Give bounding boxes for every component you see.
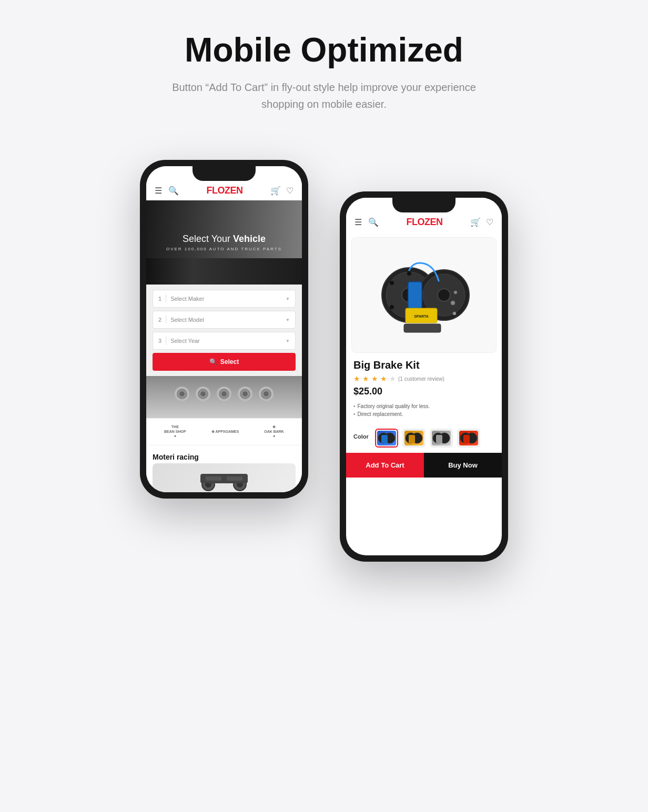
hero-banner: Select Your Vehicle OVER 100,000 AUTO AN… [146, 200, 302, 285]
svg-point-28 [453, 312, 456, 315]
hero-title: Select Your Vehicle [166, 234, 282, 245]
search-icon-header-2[interactable]: 🔍 [368, 217, 379, 227]
wishlist-icon-header-2[interactable]: ♡ [486, 217, 493, 227]
product-features: Factory original quality for less. Direc… [353, 402, 494, 418]
logo-suffix: ZEN [225, 185, 243, 196]
chevron-down-icon-year: ▼ [286, 339, 290, 343]
hero-subtitle: OVER 100,000 AUTO AND TRUCK PARTS [166, 247, 282, 251]
app-2-header-left: ☰ 🔍 [355, 217, 379, 227]
brand-oak-bark: ⊕OAK BARK● [264, 425, 284, 438]
chevron-down-icon-maker: ▼ [286, 297, 290, 301]
logo-suffix-2: ZEN [424, 217, 443, 227]
product-teaser: Moteri racing [146, 445, 302, 493]
feature-1: Factory original quality for less. [353, 402, 494, 410]
phones-container: ☰ 🔍 FLOZEN 🛒 ♡ Select Y [140, 160, 508, 562]
product-teaser-title: Moteri racing [153, 453, 296, 461]
page-title: Mobile Optimized [166, 32, 482, 68]
feature-2: Direct replacement. [353, 410, 494, 418]
page-header: Mobile Optimized Button “Add To Cart” in… [166, 32, 482, 113]
menu-icon-2[interactable]: ☰ [355, 217, 362, 227]
svg-rect-34 [409, 435, 415, 443]
cart-icon-header[interactable]: 🛒 [270, 186, 281, 196]
app-logo-2: FLOZEN [407, 217, 443, 228]
color-section: Color [346, 429, 502, 453]
hero-content: Select Your Vehicle OVER 100,000 AUTO AN… [166, 234, 282, 251]
brake-disc-4 [238, 387, 252, 401]
cart-bar: Add To Cart Buy Now [346, 453, 502, 478]
product-name: Big Brake Kit [353, 359, 494, 371]
app-header-right: 🛒 ♡ [270, 186, 293, 196]
svg-point-15 [390, 281, 394, 285]
review-count: (1 customer review) [398, 376, 444, 382]
product-image-area: SPARTA [352, 238, 496, 352]
svg-point-26 [451, 301, 455, 305]
app-2-header-right: 🛒 ♡ [470, 217, 493, 227]
svg-rect-6 [227, 476, 242, 481]
svg-point-10 [407, 271, 411, 276]
brake-disc-1 [175, 387, 189, 401]
star-2: ★ [362, 374, 369, 383]
phone-1-notch [193, 166, 256, 181]
select-button[interactable]: 🔍 Select [153, 353, 296, 371]
brake-kit-image: SPARTA [371, 250, 477, 340]
add-to-cart-button[interactable]: Add To Cart [346, 453, 424, 478]
brake-disc-3 [217, 387, 231, 401]
page-subtitle: Button “Add To Cart” in fly-out style he… [166, 79, 482, 113]
product-teaser-image [153, 463, 296, 493]
brake-discs [146, 376, 302, 412]
color-swatch-blue[interactable] [375, 429, 398, 448]
product-image-container: SPARTA [351, 237, 497, 353]
brake-disc-5 [259, 387, 274, 401]
star-4: ★ [380, 374, 387, 383]
hero-bottom [146, 376, 302, 418]
app-header-left: ☰ 🔍 [155, 186, 179, 196]
svg-rect-31 [381, 435, 388, 443]
color-swatch-silver[interactable] [430, 429, 453, 448]
product-info: Big Brake Kit ★ ★ ★ ★ ★ (1 customer revi… [346, 353, 502, 429]
star-3: ★ [371, 374, 378, 383]
brands-section: THEBEAN SHOP● ⊕ APPXGAMES ⊕OAK BARK● [146, 418, 302, 445]
selector-year[interactable]: 3 Select Year ▼ [153, 332, 296, 350]
search-icon-header[interactable]: 🔍 [168, 186, 179, 196]
cart-icon-header-2[interactable]: 🛒 [470, 217, 481, 227]
brand-appxgames: ⊕ APPXGAMES [211, 430, 239, 434]
color-swatches [375, 429, 480, 448]
svg-text:SPARTA: SPARTA [414, 314, 429, 318]
color-swatch-gold[interactable] [402, 429, 426, 448]
svg-rect-37 [436, 435, 442, 443]
selector-model[interactable]: 2 Select Model ▼ [153, 311, 296, 329]
wishlist-icon-header[interactable]: ♡ [286, 186, 293, 196]
phone-2-notch [392, 198, 455, 212]
svg-rect-22 [408, 282, 422, 308]
svg-rect-40 [463, 435, 470, 443]
star-5-empty: ★ [389, 374, 396, 383]
selector-maker[interactable]: 1 Select Maker ▼ [153, 290, 296, 308]
phone-2-screen: ☰ 🔍 FLOZEN 🛒 ♡ [346, 198, 502, 555]
search-icon-select: 🔍 [209, 358, 217, 366]
phone-1: ☰ 🔍 FLOZEN 🛒 ♡ Select Y [140, 160, 308, 499]
svg-point-21 [438, 289, 450, 301]
menu-icon[interactable]: ☰ [155, 186, 162, 196]
phone-1-screen: ☰ 🔍 FLOZEN 🛒 ♡ Select Y [146, 166, 302, 492]
buy-now-button[interactable]: Buy Now [424, 453, 502, 478]
phone-2: ☰ 🔍 FLOZEN 🛒 ♡ [340, 191, 508, 562]
star-1: ★ [353, 374, 360, 383]
svg-point-14 [390, 305, 394, 309]
svg-point-27 [454, 291, 457, 294]
brake-disc-2 [196, 387, 210, 401]
logo-prefix-2: FLO [407, 217, 425, 227]
product-price: $25.00 [353, 386, 494, 397]
logo-prefix: FLO [207, 185, 225, 196]
product-stars: ★ ★ ★ ★ ★ (1 customer review) [353, 374, 494, 383]
svg-rect-25 [404, 324, 441, 332]
vehicle-selector: 1 Select Maker ▼ 2 Select Model ▼ 3 Sele… [146, 285, 302, 376]
brand-bean-shop: THEBEAN SHOP● [164, 425, 186, 438]
chevron-down-icon-model: ▼ [286, 318, 290, 322]
app-logo-1: FLOZEN [207, 185, 243, 196]
svg-rect-5 [206, 476, 221, 481]
color-label: Color [353, 433, 369, 440]
color-swatch-red[interactable] [457, 429, 480, 448]
